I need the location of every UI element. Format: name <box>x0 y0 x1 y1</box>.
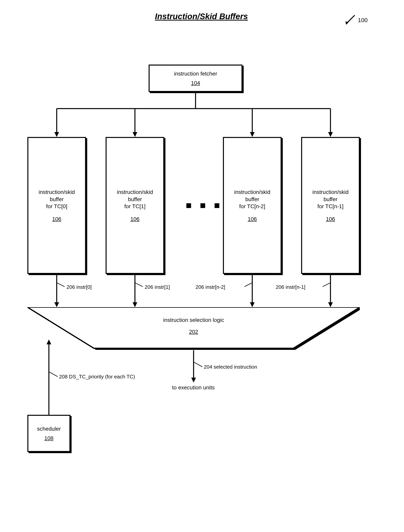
svg-marker-4 <box>54 132 59 137</box>
buffer-tc1-line2: buffer <box>128 196 142 203</box>
buffer-tcn1-line1: instruction/skid <box>312 189 348 196</box>
svg-marker-12 <box>54 302 59 307</box>
buffer-tcn1-line3: for TC[n-1] <box>317 203 343 210</box>
instruction-fetcher-box: instruction fetcher 104 <box>149 64 242 92</box>
buffer-tcn2-line1: instruction/skid <box>234 189 270 196</box>
buffer-tcn1-line2: buffer <box>323 196 337 203</box>
svg-line-22 <box>323 283 330 287</box>
mux-output-arrow <box>24 350 379 385</box>
scheduler-box: scheduler 108 <box>27 415 70 452</box>
buffer-tcn2-line2: buffer <box>245 196 259 203</box>
buffer-tc0-line3: for TC[0] <box>46 203 67 210</box>
instr0-label: 206 instr[0] <box>66 284 92 290</box>
svg-marker-23 <box>27 307 360 348</box>
instr1-label: 206 instr[1] <box>145 284 170 290</box>
buffer-tc1-line3: for TC[1] <box>124 203 145 210</box>
svg-marker-6 <box>133 132 137 137</box>
buffer-tc0-num: 106 <box>52 216 61 222</box>
buffer-tc1-box: instruction/skid buffer for TC[1] 106 <box>106 137 164 274</box>
svg-marker-27 <box>191 378 196 383</box>
svg-line-31 <box>49 372 58 377</box>
svg-marker-25 <box>94 348 295 350</box>
buffers-to-mux-arrows <box>24 275 379 308</box>
instrn1-label: 206 instr[n-1] <box>276 284 305 290</box>
svg-line-28 <box>194 362 202 367</box>
mux-label: instruction selection logic <box>163 317 224 323</box>
scheduler-label: scheduler <box>37 425 61 432</box>
buffer-tcn1-box: instruction/skid buffer for TC[n-1] 106 <box>301 137 360 274</box>
reference-arrow: 100 <box>343 14 368 27</box>
buffer-tc0-line2: buffer <box>50 196 63 203</box>
svg-marker-14 <box>133 302 137 307</box>
fetcher-label: instruction fetcher <box>174 70 217 77</box>
fetcher-to-buffers-arrows <box>24 93 379 140</box>
svg-marker-8 <box>250 132 255 137</box>
instrn2-label: 206 instr[n-2] <box>196 284 225 290</box>
svg-line-20 <box>135 283 143 287</box>
svg-marker-16 <box>250 302 255 307</box>
buffer-tc0-line1: instruction/skid <box>38 189 75 196</box>
instruction-selection-logic-mux: instruction selection logic 202 <box>27 307 360 350</box>
buffer-tcn2-box: instruction/skid buffer for TC[n-2] 106 <box>223 137 282 274</box>
buffer-tcn2-line3: for TC[n-2] <box>239 203 265 210</box>
priority-label: 208 DS_TC_priority (for each TC) <box>59 374 135 380</box>
svg-line-19 <box>57 283 64 287</box>
buffer-tcn1-num: 106 <box>326 216 335 222</box>
ellipsis-dots: ■ ■ ■ <box>186 199 222 211</box>
svg-marker-10 <box>328 132 333 137</box>
mux-num: 202 <box>189 329 198 335</box>
buffer-tc1-line1: instruction/skid <box>117 189 153 196</box>
svg-line-21 <box>244 283 252 287</box>
diagram-title: Instruction/Skid Buffers <box>155 12 248 21</box>
buffer-tc1-num: 106 <box>130 216 140 222</box>
to-execution-units-label: to execution units <box>172 385 215 391</box>
svg-marker-18 <box>328 302 333 307</box>
buffer-tc0-box: instruction/skid buffer for TC[0] 106 <box>27 137 86 274</box>
fetcher-num: 104 <box>191 80 200 86</box>
reference-number: 100 <box>358 17 368 23</box>
buffer-tcn2-num: 106 <box>248 216 257 222</box>
selected-instruction-label: 204 selected instruction <box>204 364 257 370</box>
scheduler-num: 108 <box>44 435 54 442</box>
